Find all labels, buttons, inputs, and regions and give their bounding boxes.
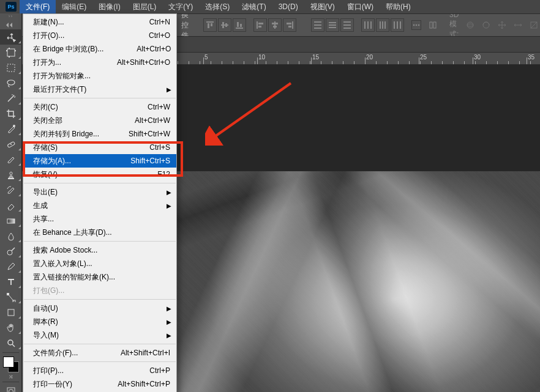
brush-tool-icon[interactable] (0, 152, 22, 167)
svg-rect-4 (222, 22, 224, 28)
svg-rect-47 (15, 50, 16, 51)
swatch-reset-row: ⤭ (0, 374, 21, 380)
menu-item-文件简介[interactable]: 文件简介(F)...Alt+Shift+Ctrl+I (23, 346, 176, 360)
slide-3d-icon[interactable] (511, 18, 525, 32)
collapse-tools-icon[interactable] (6, 22, 13, 28)
menu-item-关闭[interactable]: 关闭(C)Ctrl+W (23, 100, 176, 114)
pan-3d-icon[interactable] (495, 18, 509, 32)
zoom-tool-icon[interactable] (0, 335, 22, 350)
menu-item-置入嵌入对象[interactable]: 置入嵌入对象(L)... (23, 257, 176, 270)
svg-rect-40 (433, 22, 436, 28)
eraser-tool-icon[interactable] (0, 198, 22, 213)
distribute-left-icon[interactable] (361, 18, 375, 32)
menu-item-在-bridge-中浏览[interactable]: 在 Bridge 中浏览(B)...Alt+Ctrl+O (23, 42, 176, 56)
menu-layer[interactable]: 图层(L) (127, 0, 163, 13)
artboard-tool-icon[interactable] (0, 45, 22, 60)
move-tool-icon[interactable] (0, 29, 22, 45)
svg-rect-33 (394, 21, 395, 29)
svg-rect-32 (384, 21, 386, 29)
scale-3d-icon[interactable] (527, 18, 540, 32)
menu-item-打开[interactable]: 打开(O)...Ctrl+O (23, 29, 176, 42)
menu-3d[interactable]: 3D(D) (272, 0, 304, 13)
align-top-icon[interactable] (203, 18, 217, 32)
gradient-tool-icon[interactable] (0, 213, 22, 228)
menu-item-最近打开文件[interactable]: 最近打开文件(T)▶ (23, 83, 176, 96)
menu-item-在-behance-上共享[interactable]: 在 Behance 上共享(D)... (23, 226, 176, 239)
marquee-tool-icon[interactable] (0, 60, 22, 75)
menu-type[interactable]: 文字(Y) (162, 0, 199, 13)
menu-file[interactable]: 文件(F) (20, 0, 56, 13)
menu-view[interactable]: 视图(V) (304, 0, 341, 13)
menu-help[interactable]: 帮助(H) (380, 0, 417, 13)
distribute-bottom-icon[interactable] (340, 18, 354, 32)
svg-rect-30 (380, 21, 381, 29)
menu-select[interactable]: 选择(S) (199, 0, 236, 13)
distribute-top-icon[interactable] (311, 18, 324, 32)
lasso-tool-icon[interactable] (0, 75, 22, 91)
menu-item-置入链接的智能对象[interactable]: 置入链接的智能对象(K)... (23, 270, 176, 284)
menu-item-生成[interactable]: 生成▶ (23, 199, 176, 212)
healing-brush-tool-icon[interactable] (0, 136, 22, 152)
align-bottom-icon[interactable] (233, 18, 246, 32)
svg-rect-39 (430, 22, 432, 28)
menu-item-导入[interactable]: 导入(M)▶ (23, 328, 176, 342)
svg-rect-25 (343, 24, 351, 26)
history-brush-tool-icon[interactable] (0, 182, 22, 198)
menu-item-打印一份[interactable]: 打印一份(Y)Alt+Shift+Ctrl+P (23, 377, 176, 391)
hand-tool-icon[interactable] (0, 320, 22, 335)
menu-item-搜索-adobe-stock[interactable]: 搜索 Adobe Stock... (23, 243, 176, 257)
align-left-icon[interactable] (253, 18, 267, 32)
pen-tool-icon[interactable] (0, 259, 22, 274)
align-right-icon[interactable] (283, 18, 296, 32)
menu-item-label: 打印一份(Y) (33, 379, 103, 390)
svg-point-60 (8, 340, 13, 345)
clone-stamp-tool-icon[interactable] (0, 167, 22, 182)
menu-item-脚本[interactable]: 脚本(R)▶ (23, 315, 176, 328)
distribute-vcenter-icon[interactable] (326, 18, 339, 32)
quick-select-tool-icon[interactable] (0, 91, 22, 106)
more-options-icon[interactable] (411, 20, 421, 30)
path-select-tool-icon[interactable] (0, 289, 22, 305)
align-group-2 (253, 18, 296, 32)
svg-rect-19 (314, 24, 321, 26)
menu-item-共享[interactable]: 共享... (23, 212, 176, 226)
menu-item-打开为智能对象[interactable]: 打开为智能对象... (23, 69, 176, 83)
tools-grip-icon[interactable]: ›› (0, 13, 21, 18)
foreground-color-swatch[interactable] (3, 357, 14, 368)
menu-item-存储为[interactable]: 存储为(A)...Shift+Ctrl+S (23, 154, 176, 168)
menu-item-关闭全部[interactable]: 关闭全部Alt+Ctrl+W (23, 114, 176, 127)
dodge-tool-icon[interactable] (0, 243, 22, 259)
crop-tool-icon[interactable] (0, 106, 22, 121)
quick-mask-tool-icon[interactable] (0, 384, 22, 392)
distribute-hcenter-icon[interactable] (376, 18, 389, 32)
type-tool-icon[interactable] (0, 274, 22, 289)
menu-window[interactable]: 窗口(W) (341, 0, 380, 13)
swap-colors-icon[interactable]: ⤭ (9, 374, 13, 380)
align-hcenter-icon[interactable] (268, 18, 282, 32)
align-group-1 (203, 18, 246, 32)
svg-rect-54 (8, 178, 14, 179)
menu-item-恢复[interactable]: 恢复(V)F12 (23, 168, 176, 181)
blur-tool-icon[interactable] (0, 228, 22, 243)
menu-item-打开为[interactable]: 打开为...Alt+Shift+Ctrl+O (23, 56, 176, 69)
ruler-major-tick (257, 57, 258, 65)
menu-item-导出[interactable]: 导出(E)▶ (23, 185, 176, 199)
align-vcenter-icon[interactable] (218, 18, 231, 32)
menu-filter[interactable]: 滤镜(T) (236, 0, 272, 13)
shape-tool-icon[interactable] (0, 305, 22, 320)
menu-item-新建[interactable]: 新建(N)...Ctrl+N (23, 15, 176, 29)
color-swatch[interactable] (3, 357, 19, 372)
menu-item-关闭并转到-bridge[interactable]: 关闭并转到 Bridge...Shift+Ctrl+W (23, 127, 176, 141)
eyedropper-tool-icon[interactable] (0, 121, 22, 136)
menu-item-自动[interactable]: 自动(U)▶ (23, 301, 176, 315)
roll-3d-icon[interactable] (479, 18, 493, 32)
menu-edit[interactable]: 编辑(E) (56, 0, 92, 13)
auto-align-icon[interactable] (429, 21, 437, 29)
distribute-right-icon[interactable] (391, 18, 404, 32)
menubar: Ps 文件(F)编辑(E)图像(I)图层(L)文字(Y)选择(S)滤镜(T)3D… (0, 0, 540, 13)
ruler-label: 20 (366, 54, 373, 61)
menu-image[interactable]: 图像(I) (92, 0, 126, 13)
menu-item-存储[interactable]: 存储(S)Ctrl+S (23, 141, 176, 154)
menu-item-打印[interactable]: 打印(P)...Ctrl+P (23, 364, 176, 377)
orbit-3d-icon[interactable] (463, 18, 477, 32)
